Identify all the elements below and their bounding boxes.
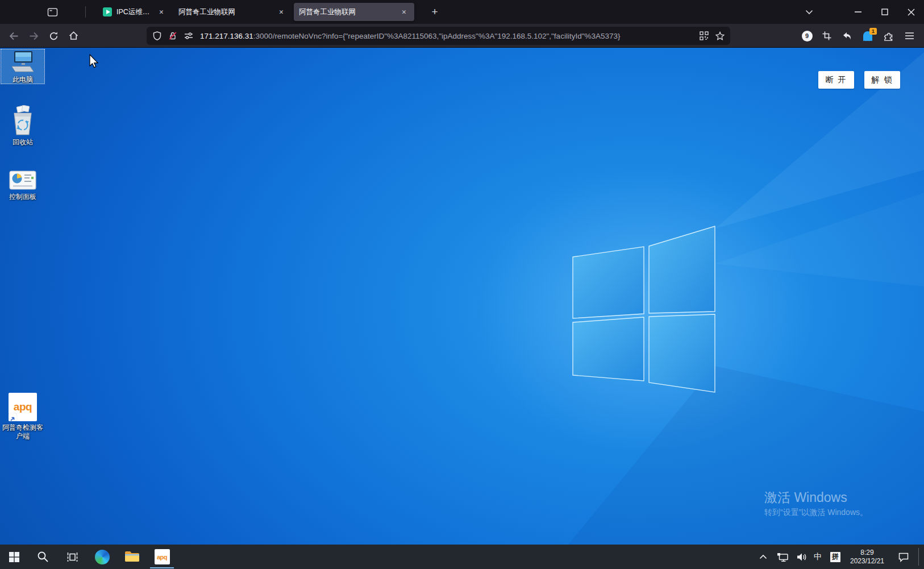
tab-label: 阿普奇工业物联网 bbox=[299, 7, 396, 17]
browser-window: IPC运维平台 ✕ 阿普奇工业物联网 ✕ 阿普奇工业物联网 ✕ + bbox=[0, 0, 924, 569]
shortcut-arrow-icon bbox=[9, 413, 16, 421]
tab-separator bbox=[85, 6, 86, 18]
file-explorer-button[interactable] bbox=[119, 545, 144, 569]
control-panel-icon bbox=[9, 170, 37, 190]
unlock-button[interactable]: 解 锁 bbox=[864, 71, 900, 89]
watermark-line1: 激活 Windows bbox=[764, 489, 868, 505]
ime-mode-box: 拼 bbox=[830, 552, 840, 562]
tray-show-hidden-icons-chevron[interactable] bbox=[754, 545, 772, 569]
icon-label: 回收站 bbox=[13, 138, 33, 147]
edge-icon bbox=[95, 550, 110, 564]
windows-wallpaper bbox=[0, 48, 924, 545]
apq-logo-text: apq bbox=[157, 554, 167, 560]
desktop-icon-recycle-bin[interactable]: 回收站 bbox=[1, 103, 45, 147]
search-button[interactable] bbox=[30, 545, 55, 569]
home-button[interactable] bbox=[64, 27, 82, 45]
url-host: 171.217.136.31 bbox=[200, 32, 253, 40]
edge-browser-button[interactable] bbox=[90, 545, 115, 569]
tab-apq-iot-1[interactable]: 阿普奇工业物联网 ✕ bbox=[173, 3, 292, 21]
task-view-button[interactable] bbox=[60, 545, 85, 569]
ime-mode-indicator[interactable]: 拼 bbox=[827, 545, 844, 569]
extension-count: 9 bbox=[802, 31, 813, 41]
firefox-view-icon[interactable] bbox=[43, 3, 61, 21]
url-bar[interactable]: 171.217.136.31:3000/remoteNoVnc?info={"r… bbox=[147, 27, 730, 45]
tab-close-icon[interactable]: ✕ bbox=[276, 7, 286, 17]
tab-apq-iot-2-active[interactable]: 阿普奇工业物联网 ✕ bbox=[294, 3, 414, 21]
running-app-underline bbox=[150, 567, 174, 569]
menu-hamburger-icon[interactable] bbox=[900, 27, 918, 45]
bookmark-star-icon[interactable] bbox=[712, 28, 728, 44]
windows-taskbar: apq 中 拼 8:29 2023/12/21 bbox=[0, 545, 924, 569]
download-helper-ghost-icon[interactable]: 1 bbox=[859, 27, 877, 45]
url-path: :3000/remoteNoVnc?info={"repeaterID"%3A8… bbox=[253, 32, 621, 40]
tab-close-icon[interactable]: ✕ bbox=[399, 7, 409, 17]
site-permissions-icon[interactable] bbox=[181, 28, 197, 44]
clock[interactable]: 8:29 2023/12/21 bbox=[844, 545, 890, 569]
desktop-icon-this-pc[interactable]: 此电脑 bbox=[1, 49, 45, 84]
download-count-badge: 1 bbox=[869, 28, 877, 35]
ime-language-indicator[interactable]: 中 bbox=[809, 545, 826, 569]
apq-taskbar-icon: apq bbox=[155, 549, 170, 564]
activate-windows-watermark: 激活 Windows 转到“设置”以激活 Windows。 bbox=[764, 489, 868, 517]
window-minimize-button[interactable] bbox=[849, 3, 867, 21]
tab-close-icon[interactable]: ✕ bbox=[156, 7, 167, 17]
tracking-protection-shield-icon[interactable] bbox=[149, 28, 165, 44]
qr-code-icon[interactable] bbox=[696, 28, 712, 44]
disconnect-button[interactable]: 断 开 bbox=[818, 71, 854, 89]
tray-time: 8:29 bbox=[860, 549, 873, 557]
tab-bar: IPC运维平台 ✕ 阿普奇工业物联网 ✕ 阿普奇工业物联网 ✕ + bbox=[0, 0, 924, 24]
extensions-puzzle-icon[interactable] bbox=[880, 27, 898, 45]
desktop-icon-apq-client[interactable]: apq 阿普奇检测客户端 bbox=[1, 391, 45, 441]
volume-icon[interactable] bbox=[793, 545, 811, 569]
insecure-lock-icon[interactable] bbox=[165, 28, 181, 44]
reload-icon[interactable] bbox=[44, 27, 63, 45]
show-desktop-divider[interactable] bbox=[918, 548, 919, 566]
tray-date: 2023/12/21 bbox=[850, 557, 884, 566]
back-button[interactable] bbox=[5, 27, 23, 45]
icon-label: 阿普奇检测客户端 bbox=[2, 423, 44, 441]
action-center-icon[interactable] bbox=[893, 545, 914, 569]
icon-label: 此电脑 bbox=[13, 76, 33, 84]
remote-desktop-viewport: 此电脑 回收站 bbox=[0, 48, 924, 545]
screenshot-crop-icon[interactable] bbox=[818, 27, 836, 45]
apq-client-icon: apq bbox=[9, 393, 37, 421]
recycle-bin-icon bbox=[10, 105, 36, 136]
window-maximize-button[interactable] bbox=[876, 3, 894, 21]
this-pc-icon bbox=[10, 51, 36, 73]
navigation-toolbar: 171.217.136.31:3000/remoteNoVnc?info={"r… bbox=[0, 24, 924, 48]
play-favicon-icon bbox=[103, 7, 112, 16]
forward-button[interactable] bbox=[24, 27, 43, 45]
folder-icon bbox=[124, 551, 140, 563]
extension-badge-icon[interactable]: 9 bbox=[798, 27, 816, 45]
tab-ipc-platform[interactable]: IPC运维平台 ✕ bbox=[89, 3, 172, 21]
window-close-button[interactable] bbox=[902, 3, 920, 21]
mouse-cursor bbox=[89, 54, 101, 69]
network-icon[interactable] bbox=[773, 545, 792, 569]
new-tab-button[interactable]: + bbox=[426, 3, 444, 21]
icon-label: 控制面板 bbox=[9, 193, 36, 201]
apq-logo-text: apq bbox=[14, 401, 32, 413]
tab-label: IPC运维平台 bbox=[116, 7, 153, 17]
start-button[interactable] bbox=[2, 545, 27, 569]
plus-icon: + bbox=[431, 6, 438, 18]
watermark-line2: 转到“设置”以激活 Windows。 bbox=[764, 507, 868, 517]
desktop-icon-control-panel[interactable]: 控制面板 bbox=[1, 168, 45, 201]
url-text[interactable]: 171.217.136.31:3000/remoteNoVnc?info={"r… bbox=[200, 32, 696, 40]
list-all-tabs-chevron-icon[interactable] bbox=[800, 3, 818, 21]
undo-arrow-icon[interactable] bbox=[838, 27, 856, 45]
ghost-shape: 1 bbox=[863, 31, 872, 41]
tab-label: 阿普奇工业物联网 bbox=[178, 7, 273, 17]
apq-client-taskbar-button[interactable]: apq bbox=[149, 545, 174, 569]
